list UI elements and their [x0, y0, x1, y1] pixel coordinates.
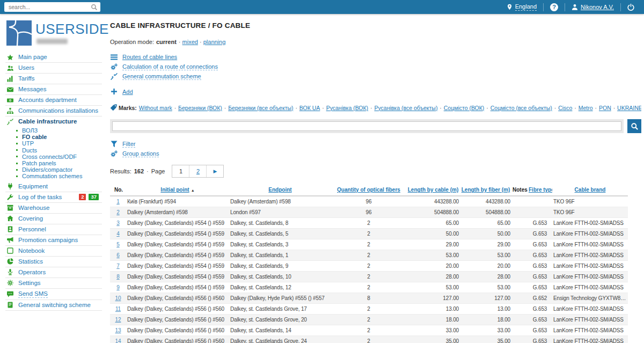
- cell-endpoint: Dalkey, st. Castlelands, 12: [229, 282, 331, 293]
- mark-link[interactable]: Cisco: [558, 105, 572, 111]
- tool-link[interactable]: General commutation scheme: [122, 73, 201, 80]
- cell-fibre_type: G.653: [528, 282, 552, 293]
- row-number-link[interactable]: 14: [115, 338, 121, 343]
- sidebar-item-cable-infrastructure[interactable]: Cable infrastructure: [5, 116, 102, 127]
- mark-link[interactable]: Соцмісто (все объекты): [491, 105, 552, 111]
- sidebar-item-notebook[interactable]: Notebook: [5, 246, 102, 257]
- sidebar-subitem-label: Cross connects/ODF: [22, 154, 77, 160]
- col-length-by-cable-m[interactable]: Length by cable (m): [406, 184, 460, 196]
- sidebar-item-communications-installations[interactable]: Communications installations: [5, 106, 102, 116]
- sidebar-item-label: Cable infrastructure: [18, 118, 77, 125]
- tool-calculation-of-a-route-of-connections[interactable]: Calculation of a route of connections: [110, 62, 641, 71]
- sidebar-item-operators[interactable]: Operators: [5, 267, 102, 278]
- col-initial-point[interactable]: Initial point▲: [126, 184, 229, 196]
- sidebar-item-warehouse[interactable]: Warehouse: [5, 203, 102, 214]
- table-search-button[interactable]: [627, 119, 641, 133]
- table-search-bar: [110, 119, 641, 133]
- global-search-box[interactable]: [4, 2, 100, 12]
- sidebar-item-log-of-the-tasks[interactable]: Log of the tasks237: [5, 192, 102, 203]
- tool-routes-of-cable-lines[interactable]: Routes of cable lines: [110, 52, 641, 62]
- mark-link[interactable]: Русанівка (ВОК): [326, 105, 368, 111]
- row-number-link[interactable]: 4: [116, 231, 119, 237]
- sidebar-item-equipment[interactable]: Equipment: [5, 181, 102, 192]
- page-link[interactable]: 2: [196, 168, 200, 174]
- sidebar-item-tariffs[interactable]: Tariffs: [5, 74, 102, 84]
- mark-link[interactable]: Березняки (ВОК): [178, 105, 222, 111]
- sidebar-item-general-switching-scheme[interactable]: General switching scheme: [5, 300, 102, 311]
- global-search-input[interactable]: [8, 3, 91, 11]
- sidebar-subitem-dividers-compactor[interactable]: Dividers/compactor: [16, 166, 102, 173]
- row-number-link[interactable]: 11: [115, 306, 121, 312]
- user-name[interactable]: Nikonov A.V.: [581, 4, 614, 10]
- row-number-link[interactable]: 7: [116, 263, 119, 269]
- cell-initial: Київ (Frankfurt) #594: [126, 196, 229, 207]
- logo[interactable]: USERSIDE: [0, 14, 107, 52]
- sidebar-item-covering[interactable]: Covering: [5, 214, 102, 224]
- sidebar-item-users[interactable]: Users: [5, 63, 102, 74]
- user-menu[interactable]: Nikonov A.V.: [565, 0, 620, 14]
- row-number-link[interactable]: 2: [116, 209, 119, 215]
- sidebar-subitem-fo-cable[interactable]: FO cable: [16, 134, 102, 140]
- tool-link[interactable]: Calculation of a route of connections: [122, 63, 218, 70]
- sidebar-subitem-ducts[interactable]: Ducts: [16, 147, 102, 154]
- sidebar-item-messages[interactable]: Messages: [5, 84, 102, 95]
- group-actions-link[interactable]: Group actions: [122, 150, 159, 157]
- mark-link[interactable]: Русанівка (все объекты): [374, 105, 437, 111]
- mark-link[interactable]: Without mark: [139, 105, 172, 111]
- help-button[interactable]: ?: [544, 0, 565, 14]
- bullet-icon: [16, 156, 18, 157]
- mark-link[interactable]: Metro: [579, 105, 593, 111]
- sidebar-subitem-commutation-schemes[interactable]: Commutation schemes: [16, 173, 102, 179]
- operation-mode-mixed[interactable]: mixed: [182, 39, 198, 45]
- row-number-link[interactable]: 8: [116, 274, 119, 280]
- location-label[interactable]: England: [515, 3, 537, 11]
- row-number-link[interactable]: 1: [116, 199, 119, 205]
- page-1[interactable]: 1: [172, 165, 189, 177]
- mark-link[interactable]: Соцмісто (ВОК): [444, 105, 485, 111]
- search-icon[interactable]: [91, 4, 98, 11]
- operation-mode-planning[interactable]: planning: [203, 39, 226, 45]
- mark-link[interactable]: PON: [599, 105, 611, 111]
- logout-button[interactable]: [621, 0, 641, 14]
- sidebar-item-settings[interactable]: Settings: [5, 278, 102, 289]
- col-endpoint[interactable]: Endpoint: [229, 184, 331, 196]
- cell-endpoint: Dalkey (Amsterdam) #598: [229, 196, 331, 207]
- sidebar-item-send-sms[interactable]: Send SMS: [5, 289, 102, 300]
- tool-link[interactable]: Routes of cable lines: [122, 54, 177, 60]
- sidebar-subitem-patch-panels[interactable]: Patch panels: [16, 160, 102, 166]
- location-switcher[interactable]: England: [500, 0, 543, 14]
- sidebar-subitem-cross-connects-odf[interactable]: Cross connects/ODF: [16, 154, 102, 160]
- col-cable-brand[interactable]: Cable brand: [552, 184, 628, 196]
- row-number-link[interactable]: 10: [115, 295, 121, 301]
- table-search-input[interactable]: [112, 121, 621, 131]
- col-fibre-type[interactable]: Fibre type: [528, 184, 552, 196]
- col-quantity-of-optical-fibers[interactable]: Quantity of optical fibers: [331, 184, 406, 196]
- funnel-icon: [110, 141, 118, 148]
- cell-len_fiber: 504888.00: [460, 207, 511, 218]
- add-button[interactable]: Add: [122, 89, 133, 95]
- sidebar-item-accounts-department[interactable]: Accounts department: [5, 95, 102, 106]
- mark-link[interactable]: ВОК UA: [299, 105, 320, 111]
- row-number-link[interactable]: 3: [116, 220, 119, 226]
- row-number-link[interactable]: 9: [116, 284, 119, 290]
- row-number-link[interactable]: 5: [116, 242, 119, 247]
- row-number-link[interactable]: 13: [115, 327, 121, 333]
- filter-link[interactable]: Filter: [122, 141, 135, 148]
- next-page-button[interactable]: ▶: [206, 165, 223, 177]
- sidebar-subitem-item[interactable]: ВОЛЗ: [16, 127, 102, 134]
- sidebar-item-label: Send SMS: [18, 290, 48, 298]
- mark-link[interactable]: UKRAINE: [617, 105, 641, 111]
- mark-link[interactable]: Березняки (все объекты): [228, 105, 293, 111]
- sidebar-item-statistics[interactable]: Statistics: [5, 257, 102, 267]
- tool-general-commutation-scheme[interactable]: General commutation scheme: [110, 71, 641, 81]
- col-length-by-fiber-m[interactable]: Length by fiber (m): [460, 184, 511, 196]
- sidebar-item-main-page[interactable]: Main page: [5, 52, 102, 63]
- cell-no: 11: [110, 304, 126, 315]
- sidebar-item-personnel[interactable]: Personnel: [5, 224, 102, 235]
- sidebar-item-promotion-campaigns[interactable]: Promotion campaigns: [5, 235, 102, 246]
- sidebar-subitem-utp[interactable]: UTP: [16, 140, 102, 147]
- row-number-link[interactable]: 12: [115, 317, 121, 323]
- pie-chart-icon: [6, 258, 14, 265]
- page-2[interactable]: 2: [189, 165, 206, 177]
- row-number-link[interactable]: 6: [116, 252, 119, 258]
